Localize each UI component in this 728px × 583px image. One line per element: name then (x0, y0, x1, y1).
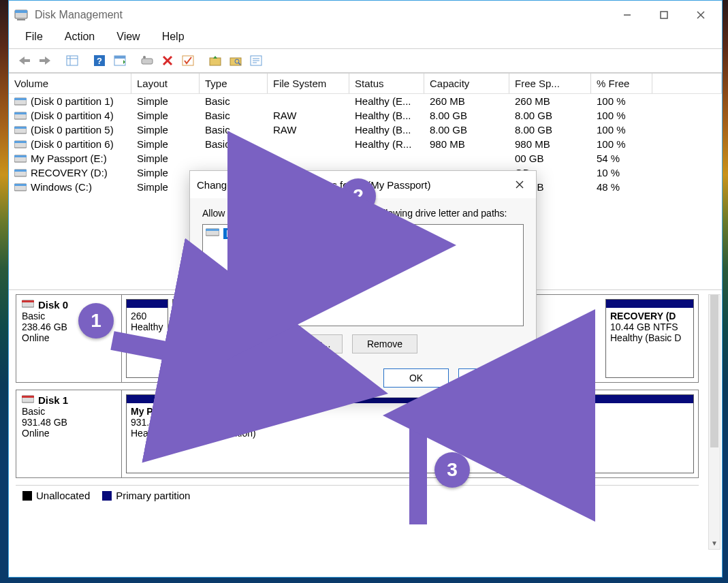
volume-capacity: 8.00 GB (424, 108, 509, 123)
volume-icon (14, 139, 27, 147)
maximize-button[interactable] (646, 5, 682, 25)
check-icon[interactable] (179, 52, 197, 69)
col-filesystem[interactable]: File System (268, 74, 349, 93)
svg-rect-40 (14, 141, 27, 143)
svg-rect-17 (114, 56, 125, 59)
disk1-state: Online (22, 428, 116, 439)
col-layout[interactable]: Layout (131, 74, 200, 93)
svg-rect-8 (25, 59, 30, 62)
partition-mypassport[interactable]: My Passport (E:)931.48 GB NTFSHealthy (B… (126, 394, 694, 473)
list-header-row: Volume Layout Type File System Status Ca… (9, 74, 722, 94)
svg-rect-36 (14, 112, 27, 114)
volume-icon (14, 110, 27, 119)
col-capacity[interactable]: Capacity (424, 74, 509, 93)
svg-text:?: ? (97, 56, 102, 66)
volume-fs (268, 137, 349, 151)
svg-rect-4 (661, 12, 667, 18)
disk-label-1: Disk 1 Basic 931.48 GB Online (16, 390, 122, 477)
volume-icon (14, 125, 27, 133)
menu-file[interactable]: File (24, 31, 44, 43)
svg-rect-54 (206, 229, 219, 231)
vertical-scrollbar[interactable]: ▲ ▼ (708, 294, 721, 550)
volume-icon (14, 96, 27, 104)
drive-letter-item[interactable]: E: (206, 227, 520, 239)
volume-type: Basic (200, 94, 268, 108)
disk-icon (22, 299, 34, 311)
disk-row-1[interactable]: Disk 1 Basic 931.48 GB Online My Passpor… (16, 390, 699, 478)
dialog-close-button[interactable] (510, 176, 529, 193)
col-spare (652, 74, 722, 93)
change-button[interactable]: Change... (277, 334, 343, 353)
volume-icon (14, 182, 27, 190)
volume-type: Basic (200, 123, 268, 137)
titlebar: Disk Management (9, 1, 722, 29)
menubar: File Action View Help (9, 29, 722, 49)
volume-status: Healthy (B... (349, 123, 424, 137)
volume-name: (Disk 0 partition 4) (9, 108, 131, 123)
menu-help[interactable]: Help (161, 31, 186, 43)
col-volume[interactable]: Volume (9, 74, 131, 93)
col-freespace[interactable]: Free Sp... (509, 74, 591, 93)
svg-rect-46 (14, 184, 27, 186)
volume-row[interactable]: (Disk 0 partition 6)SimpleBasicHealthy (… (9, 137, 722, 151)
volume-pct: 100 % (591, 137, 652, 151)
volume-row[interactable]: (Disk 0 partition 1)SimpleBasicHealthy (… (9, 94, 722, 108)
show-tree-icon[interactable] (63, 52, 81, 69)
partition-recovery[interactable]: RECOVERY (D10.44 GB NTFSHealthy (Basic D (605, 299, 694, 378)
volume-capacity: 980 MB (424, 137, 509, 151)
volume-layout: Simple (131, 151, 200, 166)
volume-name: (Disk 0 partition 1) (9, 94, 131, 108)
remove-button[interactable]: Remove (352, 334, 417, 353)
add-button[interactable]: Add... (202, 334, 268, 353)
volume-icon (14, 153, 27, 161)
settings-icon[interactable] (138, 52, 156, 69)
volume-status: Healthy (R... (349, 137, 424, 151)
svg-rect-48 (22, 300, 34, 302)
minimize-button[interactable] (609, 5, 646, 25)
volume-pct: 10 % (591, 166, 652, 180)
back-icon[interactable] (16, 52, 33, 69)
search-folder-icon[interactable] (227, 52, 244, 69)
disk-management-icon (14, 8, 28, 22)
volume-row[interactable]: (Disk 0 partition 5)SimpleBasicRAWHealth… (9, 123, 722, 137)
properties-icon[interactable] (247, 52, 265, 69)
menu-action[interactable]: Action (63, 31, 96, 43)
volume-layout: Simple (131, 123, 200, 137)
folder-up-icon[interactable] (206, 52, 224, 69)
svg-rect-38 (14, 127, 27, 129)
help-icon[interactable]: ? (91, 52, 108, 69)
disk-icon (22, 394, 34, 406)
disk0-name: Disk 0 (38, 299, 68, 311)
volume-layout: Simple (131, 94, 200, 108)
volume-row[interactable]: (Disk 0 partition 4)SimpleBasicRAWHealth… (9, 108, 722, 123)
svg-marker-9 (45, 57, 50, 65)
volume-pct: 100 % (591, 94, 652, 108)
cancel-button[interactable]: Cancel (458, 368, 524, 388)
svg-point-20 (143, 56, 146, 59)
svg-rect-10 (39, 59, 45, 62)
dialog-body: Allow access to this volume by using the… (190, 198, 536, 397)
volume-pct: 54 % (591, 151, 652, 166)
close-button[interactable] (682, 5, 719, 25)
col-type[interactable]: Type (200, 74, 268, 93)
volume-type: Basic (200, 108, 268, 123)
volume-row[interactable]: My Passport (E:)Simple00 GB54 % (9, 151, 722, 166)
svg-rect-24 (210, 58, 221, 65)
delete-icon[interactable] (159, 52, 176, 69)
disk1-size: 931.48 GB (22, 417, 116, 428)
partition[interactable]: 260Healthy (126, 299, 168, 378)
svg-rect-44 (14, 170, 27, 172)
drive-letter-list[interactable]: E: (202, 224, 524, 326)
col-status[interactable]: Status (349, 74, 424, 93)
volume-capacity (424, 151, 509, 166)
col-pctfree[interactable]: % Free (591, 74, 652, 93)
menu-view[interactable]: View (115, 31, 141, 43)
volume-status: Healthy (B... (349, 108, 424, 123)
forward-icon[interactable] (36, 52, 54, 69)
svg-rect-19 (142, 59, 153, 64)
detail-view-icon[interactable] (111, 52, 129, 69)
scroll-down-icon[interactable]: ▼ (709, 537, 720, 549)
scroll-thumb[interactable] (710, 295, 718, 447)
svg-rect-50 (22, 396, 34, 398)
ok-button[interactable]: OK (383, 368, 449, 388)
